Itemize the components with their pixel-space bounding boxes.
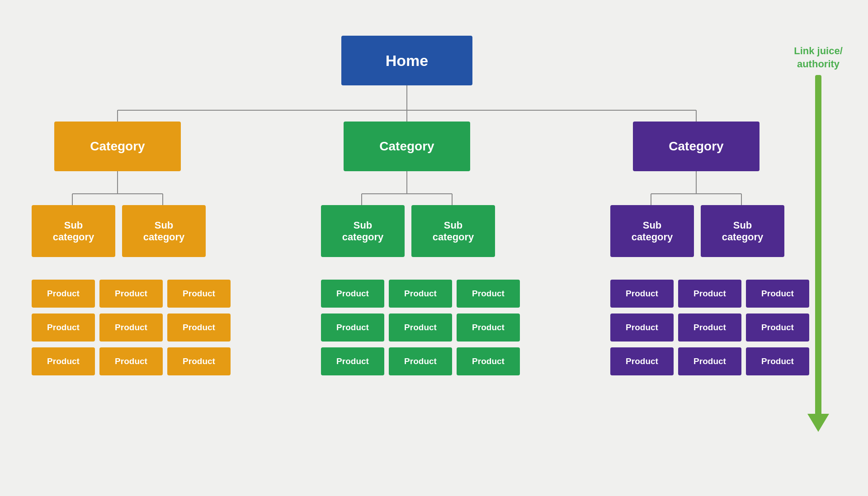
product-green-r2c3: Product	[457, 314, 520, 342]
product-orange-r2c1: Product	[32, 314, 95, 342]
product-purple-r2c3: Product	[746, 314, 809, 342]
product-purple-r2c2: Product	[678, 314, 741, 342]
category-orange-label: Category	[90, 139, 145, 154]
subcategory-purple-left-label: Sub category	[632, 220, 673, 243]
product-purple-r2c1: Product	[610, 314, 674, 342]
category-purple: Category	[633, 122, 760, 171]
product-green-r2c2: Product	[389, 314, 452, 342]
subcategory-orange-right-label: Sub category	[143, 220, 185, 243]
product-orange-r1c2: Product	[99, 280, 163, 308]
subcategory-purple-right: Sub category	[701, 205, 784, 257]
home-node: Home	[341, 36, 472, 85]
subcategory-orange-right: Sub category	[122, 205, 206, 257]
subcategory-green-right-label: Sub category	[433, 220, 474, 243]
product-orange-r3c1: Product	[32, 347, 95, 375]
product-orange-r1c3: Product	[167, 280, 231, 308]
link-juice-label: Link juice/ authority	[794, 45, 843, 70]
product-green-r2c1: Product	[321, 314, 384, 342]
product-orange-r2c3: Product	[167, 314, 231, 342]
category-green: Category	[344, 122, 470, 171]
product-purple-r1c3: Product	[746, 280, 809, 308]
product-green-r1c2: Product	[389, 280, 452, 308]
subcategory-orange-left-label: Sub category	[53, 220, 94, 243]
home-label: Home	[386, 52, 428, 70]
product-green-r3c2: Product	[389, 347, 452, 375]
product-purple-r1c1: Product	[610, 280, 674, 308]
category-purple-label: Category	[669, 139, 723, 154]
product-purple-r3c1: Product	[610, 347, 674, 375]
product-orange-r1c1: Product	[32, 280, 95, 308]
product-purple-r3c3: Product	[746, 347, 809, 375]
product-green-r3c3: Product	[457, 347, 520, 375]
product-purple-r1c2: Product	[678, 280, 741, 308]
product-green-r1c3: Product	[457, 280, 520, 308]
subcategory-green-left-label: Sub category	[342, 220, 384, 243]
category-orange: Category	[54, 122, 181, 171]
product-orange-r3c2: Product	[99, 347, 163, 375]
product-orange-r3c3: Product	[167, 347, 231, 375]
subcategory-orange-left: Sub category	[32, 205, 115, 257]
product-purple-r3c2: Product	[678, 347, 741, 375]
product-green-r1c1: Product	[321, 280, 384, 308]
subcategory-purple-right-label: Sub category	[722, 220, 764, 243]
category-green-label: Category	[379, 139, 434, 154]
subcategory-purple-left: Sub category	[610, 205, 694, 257]
subcategory-green-right: Sub category	[411, 205, 495, 257]
subcategory-green-left: Sub category	[321, 205, 405, 257]
product-orange-r2c2: Product	[99, 314, 163, 342]
product-green-r3c1: Product	[321, 347, 384, 375]
